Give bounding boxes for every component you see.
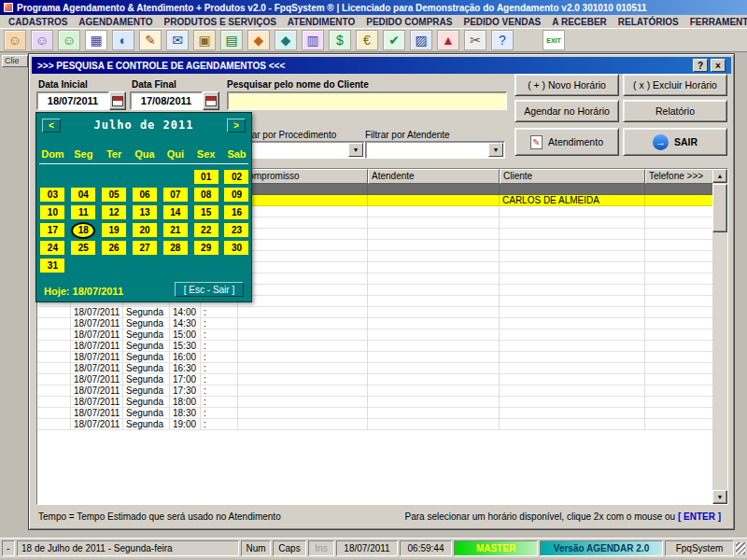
calendar-day-16[interactable]: 16 bbox=[224, 205, 248, 219]
toolbar-caixa-icon[interactable]: € bbox=[356, 30, 378, 50]
grid-row-16[interactable]: 18/07/2011Segunda16:00: bbox=[37, 352, 714, 363]
calendar-day-31[interactable]: 31 bbox=[40, 259, 64, 273]
calendar-next-month-button[interactable]: > bbox=[227, 119, 246, 133]
calendar-day-14[interactable]: 14 bbox=[163, 205, 188, 219]
agendar-horario-button[interactable]: Agendar no Horário bbox=[514, 100, 619, 122]
data-final-input[interactable] bbox=[130, 91, 203, 110]
toolbar-clientes-icon[interactable]: ☺ bbox=[4, 30, 26, 50]
calendar-day-15[interactable]: 15 bbox=[194, 205, 218, 219]
background-panel-clientes[interactable]: Clie bbox=[2, 55, 28, 67]
toolbar-fornecedores-icon[interactable]: ☺ bbox=[31, 30, 53, 50]
calendar-day-13[interactable]: 13 bbox=[133, 205, 157, 219]
menu-item-pedido-compras[interactable]: PEDIDO COMPRAS bbox=[360, 17, 458, 27]
search-cliente-input[interactable] bbox=[227, 91, 507, 110]
toolbar-a-receber-icon[interactable]: $ bbox=[329, 30, 351, 50]
grid-column-header-compromisso[interactable]: Compromisso bbox=[238, 169, 368, 184]
relatorio-button[interactable]: Relatório bbox=[623, 100, 727, 122]
toolbar-atendimento-icon[interactable]: ✉ bbox=[166, 30, 189, 50]
calendar-day-20[interactable]: 20 bbox=[133, 223, 157, 237]
dialog-close-button[interactable]: × bbox=[711, 59, 726, 72]
novo-horario-button[interactable]: ( + ) Novo Horário bbox=[514, 74, 619, 96]
calendar-day-10[interactable]: 10 bbox=[40, 205, 64, 219]
calendar-day-28[interactable]: 28 bbox=[163, 241, 188, 255]
grid-vertical-scrollbar[interactable]: ▲ ▼ bbox=[712, 169, 727, 504]
calendar-day-25[interactable]: 25 bbox=[71, 241, 95, 255]
filtrar-procedimento-combo[interactable]: ▼ bbox=[236, 141, 365, 159]
toolbar-graficos-icon[interactable]: ▲ bbox=[437, 30, 459, 50]
data-inicial-input[interactable] bbox=[36, 91, 109, 110]
menu-item-ferramentas[interactable]: FERRAMENTAS bbox=[684, 17, 747, 27]
scrollbar-thumb[interactable] bbox=[712, 184, 727, 232]
menu-item-atendimento[interactable]: ATENDIMENTO bbox=[282, 17, 360, 27]
calendar-day-11[interactable]: 11 bbox=[71, 205, 95, 219]
toolbar-recibos-icon[interactable]: ✔ bbox=[383, 30, 405, 50]
calendar-day-05[interactable]: 05 bbox=[102, 188, 126, 202]
menu-item-pedido-vendas[interactable]: PEDIDO VENDAS bbox=[458, 17, 546, 27]
calendar-day-04[interactable]: 04 bbox=[71, 188, 95, 202]
chevron-down-icon[interactable]: ▼ bbox=[348, 143, 363, 157]
menu-item-agendamento[interactable]: AGENDAMENTO bbox=[73, 17, 158, 27]
grid-row-19[interactable]: 18/07/2011Segunda17:30: bbox=[37, 385, 714, 397]
toolbar-estoque-icon[interactable]: ▤ bbox=[220, 30, 243, 50]
grid-column-header-cliente[interactable]: Cliente bbox=[500, 169, 645, 184]
grid-row-12[interactable]: 18/07/2011Segunda14:00: bbox=[37, 307, 714, 318]
grid-row-15[interactable]: 18/07/2011Segunda15:30: bbox=[37, 341, 714, 352]
grid-row-20[interactable]: 18/07/2011Segunda18:00: bbox=[37, 397, 714, 408]
calendar-day-30[interactable]: 30 bbox=[224, 241, 248, 255]
calendar-day-08[interactable]: 08 bbox=[194, 188, 218, 202]
grid-row-14[interactable]: 18/07/2011Segunda15:00: bbox=[37, 329, 714, 341]
toolbar-pedido-compras-icon[interactable]: ◆ bbox=[247, 30, 270, 50]
chevron-down-icon[interactable]: ▼ bbox=[488, 143, 503, 157]
grid-column-header-atendente[interactable]: Atendente bbox=[368, 169, 500, 184]
dialog-titlebar[interactable]: >>> PESQUISA E CONTROLE DE AGENDAMENTOS … bbox=[32, 57, 731, 74]
calendar-day-21[interactable]: 21 bbox=[163, 223, 188, 237]
calendar-day-01[interactable]: 01 bbox=[194, 170, 218, 184]
grid-row-21[interactable]: 18/07/2011Segunda18:30: bbox=[37, 408, 714, 419]
calendar-day-02[interactable]: 02 bbox=[224, 170, 248, 184]
scrollbar-up-icon[interactable]: ▲ bbox=[712, 169, 727, 183]
excluir-horario-button[interactable]: ( x ) Excluir Horário bbox=[623, 74, 727, 96]
data-final-calendar-button[interactable] bbox=[203, 91, 219, 110]
toolbar-ferramentas-icon[interactable]: ✂ bbox=[464, 30, 486, 50]
toolbar-pesquisa-agendamentos-icon[interactable]: ◐ bbox=[112, 30, 134, 50]
toolbar-procedimentos-icon[interactable]: ✎ bbox=[139, 30, 162, 50]
resize-grip[interactable] bbox=[736, 542, 745, 554]
calendar-day-07[interactable]: 07 bbox=[163, 188, 188, 202]
calendar-day-22[interactable]: 22 bbox=[194, 223, 218, 237]
calendar-day-18-selected[interactable]: 18 bbox=[71, 222, 95, 239]
calendar-day-12[interactable]: 12 bbox=[102, 205, 126, 219]
dialog-help-button[interactable]: ? bbox=[693, 59, 708, 72]
calendar-day-09[interactable]: 09 bbox=[224, 188, 248, 202]
toolbar-sair-exit-icon[interactable]: EXIT bbox=[543, 30, 565, 50]
scrollbar-down-icon[interactable]: ▼ bbox=[712, 490, 727, 504]
toolbar-ajuda-icon[interactable]: ? bbox=[491, 30, 514, 50]
data-inicial-calendar-button[interactable] bbox=[109, 91, 126, 110]
calendar-day-19[interactable]: 19 bbox=[102, 223, 126, 237]
sair-button[interactable]: → SAIR bbox=[623, 128, 727, 156]
menu-item-produtos-e-servi-os[interactable]: PRODUTOS E SERVIÇOS bbox=[159, 17, 282, 27]
calendar-prev-month-button[interactable]: < bbox=[42, 119, 61, 133]
grid-row-17[interactable]: 18/07/2011Segunda16:30: bbox=[37, 363, 714, 374]
filtrar-atendente-combo[interactable]: ▼ bbox=[365, 141, 505, 159]
atendimento-button[interactable]: ✎ Atendimento bbox=[514, 128, 619, 156]
calendar-day-17[interactable]: 17 bbox=[40, 223, 64, 237]
calendar-day-23[interactable]: 23 bbox=[224, 223, 248, 237]
grid-row-13[interactable]: 18/07/2011Segunda14:30: bbox=[37, 318, 714, 329]
toolbar-pedido-vendas-icon[interactable]: ◆ bbox=[275, 30, 297, 50]
calendar-day-27[interactable]: 27 bbox=[133, 241, 157, 255]
grid-row-22[interactable]: 18/07/2011Segunda19:00: bbox=[37, 419, 714, 430]
calendar-day-24[interactable]: 24 bbox=[40, 241, 64, 255]
toolbar-orcamentos-icon[interactable]: ▥ bbox=[302, 30, 324, 50]
calendar-esc-sair-button[interactable]: [ Esc - Sair ] bbox=[175, 282, 244, 297]
grid-row-18[interactable]: 18/07/2011Segunda17:00: bbox=[37, 374, 714, 385]
calendar-day-03[interactable]: 03 bbox=[40, 188, 64, 202]
menu-item-relat-rios[interactable]: RELATÓRIOS bbox=[613, 17, 684, 27]
toolbar-agenda-icon[interactable]: ▦ bbox=[85, 30, 107, 50]
menu-item-cadastros[interactable]: CADASTROS bbox=[3, 17, 73, 27]
calendar-day-06[interactable]: 06 bbox=[133, 188, 157, 202]
toolbar-produtos-icon[interactable]: ▣ bbox=[193, 30, 216, 50]
toolbar-relatorios-icon[interactable]: ▨ bbox=[410, 30, 432, 50]
menu-item-a-receber[interactable]: A RECEBER bbox=[546, 17, 613, 27]
grid-column-header-telefone[interactable]: Telefone >>> bbox=[645, 169, 714, 184]
toolbar-atendentes-icon[interactable]: ☺ bbox=[58, 30, 80, 50]
